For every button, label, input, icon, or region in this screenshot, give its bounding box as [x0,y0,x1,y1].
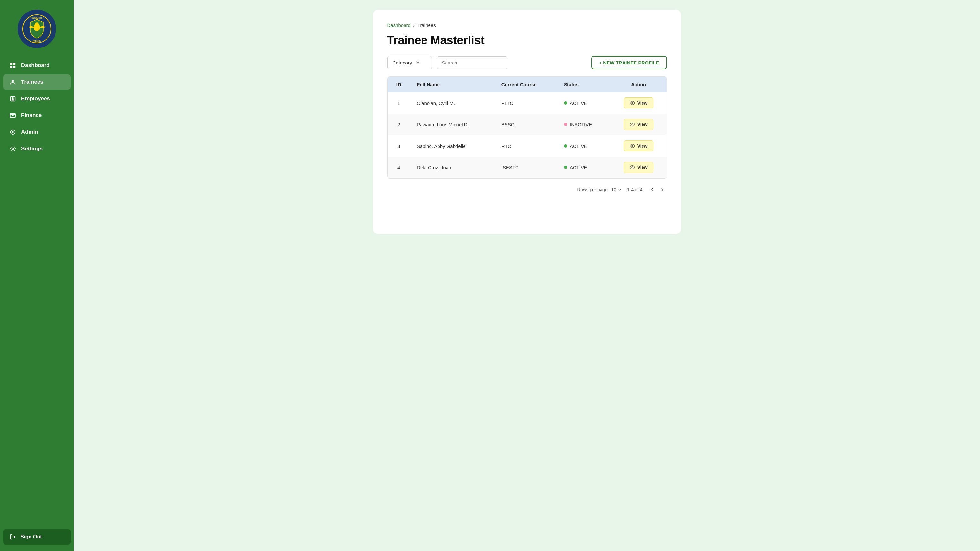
cell-action: View [611,157,667,178]
table-container: ID Full Name Current Course Status Actio… [387,76,667,179]
sidebar-item-admin[interactable]: Admin [3,124,71,140]
cell-action: View [611,92,667,114]
sidebar-item-label: Finance [21,112,42,119]
cell-id: 2 [388,114,410,135]
sidebar-item-trainees[interactable]: Trainees [3,75,71,90]
cell-course: BSSC [495,114,557,135]
svg-point-20 [632,102,633,103]
sidebar-item-dashboard[interactable]: Dashboard [3,58,71,73]
eye-icon [630,165,635,170]
svg-point-10 [11,80,14,82]
sidebar-item-label: Employees [21,95,50,102]
signout-label: Sign Out [21,534,42,540]
rows-select-dropdown[interactable]: 10 [611,187,622,192]
table-row: 2 Pawaon, Lous Miguel D. BSSC INACTIVE V… [388,114,667,135]
col-header-fullname: Full Name [410,77,495,92]
signout-button[interactable]: Sign Out [3,529,71,545]
sidebar-item-settings[interactable]: Settings [3,141,71,157]
next-page-button[interactable] [658,185,667,194]
cell-course: PLTC [495,92,557,114]
sidebar-item-label: Dashboard [21,62,50,68]
table-body: 1 Olanolan, Cyril M. PLTC ACTIVE View [388,92,667,178]
category-label: Category [393,60,412,65]
cell-id: 3 [388,135,410,157]
col-header-course: Current Course [495,77,557,92]
cell-fullname: Sabino, Abby Gabrielle [410,135,495,157]
view-button[interactable]: View [624,140,654,151]
cell-fullname: Dela Cruz, Juan [410,157,495,178]
col-header-id: ID [388,77,410,92]
svg-rect-8 [10,66,12,68]
sidebar-item-label: Admin [21,129,38,135]
svg-point-3 [35,22,39,26]
cell-id: 1 [388,92,410,114]
new-trainee-button[interactable]: + NEW TRAINEE PROFILE [591,56,667,69]
eye-icon [630,100,635,105]
status-dot [564,102,567,105]
view-button[interactable]: View [624,162,654,173]
settings-icon [9,145,17,152]
category-dropdown[interactable]: Category [387,56,432,69]
page-info: 1-4 of 4 [627,187,642,192]
rows-per-page: Rows per page: 10 [577,187,622,192]
svg-text:INTEGRITY: INTEGRITY [33,40,41,42]
status-dot [564,166,567,169]
signout-icon [9,533,17,541]
svg-rect-9 [13,66,15,68]
cell-fullname: Pawaon, Lous Miguel D. [410,114,495,135]
sidebar-item-employees[interactable]: Employees [3,91,71,106]
search-input[interactable] [437,56,507,69]
col-header-status: Status [557,77,611,92]
sidebar-bottom: Sign Out [0,529,74,545]
svg-point-22 [632,145,633,146]
grid-icon [9,62,17,69]
cell-action: View [611,114,667,135]
employee-icon [9,95,17,103]
status-label: INACTIVE [570,122,592,127]
rows-per-page-value: 10 [611,187,616,192]
view-button[interactable]: View [624,119,654,130]
page-navigation [648,185,667,194]
eye-icon [630,143,635,149]
svg-point-12 [12,97,14,99]
view-button[interactable]: View [624,97,654,108]
chevron-left-icon [649,187,655,192]
svg-point-23 [632,167,633,168]
chevron-down-icon [415,60,420,66]
page-title: Trainee Masterlist [387,34,667,47]
pagination: Rows per page: 10 1-4 of 4 [387,185,667,194]
sidebar: KNOWLEDGE INTEGRITY Dashboard [0,0,74,551]
svg-point-18 [12,148,14,150]
status-label: ACTIVE [570,143,587,149]
svg-point-21 [632,124,633,125]
table-header-row: ID Full Name Current Course Status Actio… [388,77,667,92]
prev-page-button[interactable] [648,185,657,194]
sidebar-item-finance[interactable]: Finance [3,108,71,123]
cell-fullname: Olanolan, Cyril M. [410,92,495,114]
breadcrumb-current: Trainees [417,22,436,28]
col-header-action: Action [611,77,667,92]
admin-icon [9,128,17,136]
svg-rect-6 [10,63,12,65]
eye-icon [630,122,635,127]
svg-point-17 [12,131,14,133]
status-dot [564,123,567,126]
toolbar: Category + NEW TRAINEE PROFILE [387,56,667,69]
sidebar-item-label: Settings [21,146,43,152]
breadcrumb-separator: › [413,22,415,28]
trainees-table: ID Full Name Current Course Status Actio… [388,77,667,178]
content-card: Dashboard › Trainees Trainee Masterlist … [373,10,681,234]
user-icon [9,78,17,86]
cell-course: RTC [495,135,557,157]
svg-text:KNOWLEDGE: KNOWLEDGE [32,17,42,19]
cell-status: ACTIVE [557,135,611,157]
status-label: ACTIVE [570,165,587,170]
cell-status: ACTIVE [557,92,611,114]
cell-course: ISESTC [495,157,557,178]
cell-id: 4 [388,157,410,178]
finance-icon [9,112,17,119]
table-row: 1 Olanolan, Cyril M. PLTC ACTIVE View [388,92,667,114]
cell-action: View [611,135,667,157]
main-content: Dashboard › Trainees Trainee Masterlist … [74,0,980,551]
breadcrumb-dashboard-link[interactable]: Dashboard [387,22,410,28]
